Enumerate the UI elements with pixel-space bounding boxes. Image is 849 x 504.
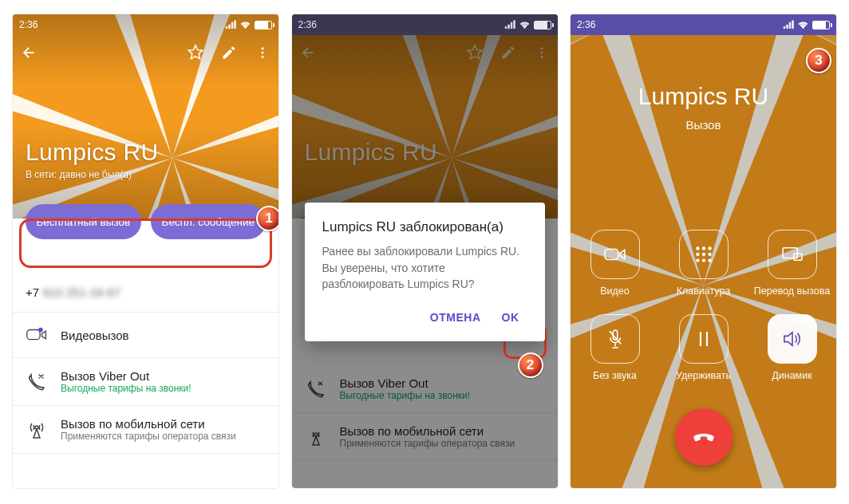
call-transfer-button[interactable]: Перевод вызова — [748, 230, 836, 297]
transfer-icon — [780, 246, 804, 263]
dialog-ok-button[interactable]: OK — [494, 303, 527, 332]
svg-rect-7 — [27, 330, 40, 340]
clock: 2:36 — [298, 19, 317, 30]
svg-point-24 — [701, 258, 705, 262]
unblock-dialog: Lumpics RU заблокирован(а) Ранее вы забл… — [305, 203, 545, 341]
overflow-menu-button[interactable] — [253, 43, 272, 62]
svg-point-5 — [262, 52, 264, 54]
keypad-icon — [693, 244, 714, 265]
call-mute-button[interactable]: Без звука — [571, 314, 659, 381]
video-icon — [603, 246, 627, 263]
pause-icon — [697, 330, 711, 348]
step-badge-2: 2 — [518, 352, 543, 378]
call-button-label: Клавиатура — [677, 285, 731, 297]
row-sublabel: Выгодные тарифы на звонки! — [61, 383, 192, 394]
svg-point-20 — [696, 253, 699, 256]
star-outline-icon — [187, 44, 204, 61]
call-video-button[interactable]: Видео — [571, 230, 659, 297]
edit-button[interactable] — [219, 43, 239, 62]
step-badge-3: 3 — [806, 48, 831, 73]
svg-point-25 — [708, 258, 711, 262]
battery-icon — [534, 21, 551, 30]
phone-prefix: +7 — [26, 285, 39, 299]
row-label: Вызов по мобильной сети — [61, 417, 236, 431]
speaker-icon — [782, 330, 803, 348]
contact-name: Lumpics RU — [26, 139, 158, 166]
phone-number-row[interactable]: +7 910 251-16-67 — [13, 273, 278, 313]
call-status-label: Вызов — [571, 118, 836, 132]
phone-rest-blurred: 910 251-16-67 — [42, 285, 120, 299]
battery-icon — [255, 21, 272, 30]
carrier-call-row[interactable]: Вызов по мобильной сети Применяются тари… — [13, 406, 278, 454]
svg-rect-26 — [783, 248, 797, 258]
call-button-label: Видео — [600, 285, 630, 297]
call-button-label: Без звука — [593, 370, 637, 381]
svg-point-6 — [262, 56, 264, 58]
screen-contact-profile: 2:36 Lumpics R — [13, 14, 278, 488]
signal-icon — [504, 20, 515, 30]
row-label: Видеовызов — [61, 329, 129, 342]
screen-outgoing-call: 2:36 Lumpics RU Вызов Видео Клавиатура П… — [571, 14, 836, 488]
free-message-button[interactable]: Беспл. сообщение — [151, 204, 267, 239]
pencil-icon — [221, 45, 237, 61]
dialog-body: Ранее вы заблокировали Lumpics RU. Вы ув… — [322, 243, 527, 292]
hangup-icon — [690, 423, 717, 451]
svg-point-23 — [696, 258, 699, 262]
contact-presence: В сети: давно не был(а) — [26, 169, 132, 180]
svg-point-21 — [701, 253, 705, 256]
step-badge-1: 1 — [256, 206, 278, 231]
status-bar: 2:36 — [571, 14, 836, 35]
svg-point-19 — [708, 246, 711, 250]
clock: 2:36 — [577, 19, 595, 30]
svg-rect-16 — [605, 250, 618, 260]
signal-icon — [783, 20, 794, 30]
call-hold-button[interactable]: Удерживать — [659, 314, 748, 381]
free-call-button[interactable]: Бесплатный вызов — [26, 204, 141, 239]
video-icon — [26, 324, 48, 346]
call-keypad-button[interactable]: Клавиатура — [659, 230, 748, 297]
dialog-title: Lumpics RU заблокирован(а) — [322, 219, 527, 235]
call-button-label: Динамик — [772, 370, 811, 381]
svg-point-17 — [696, 246, 699, 250]
wifi-icon — [239, 20, 251, 30]
back-arrow-icon — [20, 44, 38, 61]
dialog-cancel-button[interactable]: ОТМЕНА — [422, 303, 489, 332]
signal-icon — [225, 20, 236, 30]
svg-point-8 — [38, 328, 43, 333]
kebab-icon — [255, 44, 270, 61]
svg-point-18 — [701, 246, 705, 250]
row-sublabel: Применяются тарифы оператора связи — [61, 431, 236, 442]
viber-out-row[interactable]: Вызов Viber Out Выгодные тарифы на звонк… — [13, 358, 278, 406]
svg-point-4 — [262, 47, 264, 49]
hangup-button[interactable] — [675, 408, 733, 466]
cell-tower-icon — [26, 419, 48, 441]
status-bar: 2:36 — [292, 14, 558, 35]
svg-point-22 — [708, 253, 711, 256]
call-speaker-button[interactable]: Динамик — [748, 314, 836, 381]
call-button-label: Удерживать — [676, 370, 731, 381]
battery-icon — [812, 21, 830, 30]
row-label: Вызов Viber Out — [61, 369, 192, 383]
viber-out-icon — [26, 371, 48, 393]
back-button[interactable] — [19, 43, 38, 62]
video-call-row[interactable]: Видеовызов — [13, 313, 278, 358]
favorite-button[interactable] — [186, 43, 205, 62]
call-contact-name: Lumpics RU — [571, 83, 836, 110]
screen-unblock-dialog: Lumpics RU Вызов Viber OutВыгодные тариф… — [292, 14, 558, 488]
wifi-icon — [519, 20, 531, 30]
call-button-label: Перевод вызова — [754, 285, 830, 297]
status-bar: 2:36 — [13, 14, 278, 35]
wifi-icon — [797, 20, 809, 30]
clock: 2:36 — [19, 19, 38, 30]
mute-icon — [606, 329, 624, 349]
